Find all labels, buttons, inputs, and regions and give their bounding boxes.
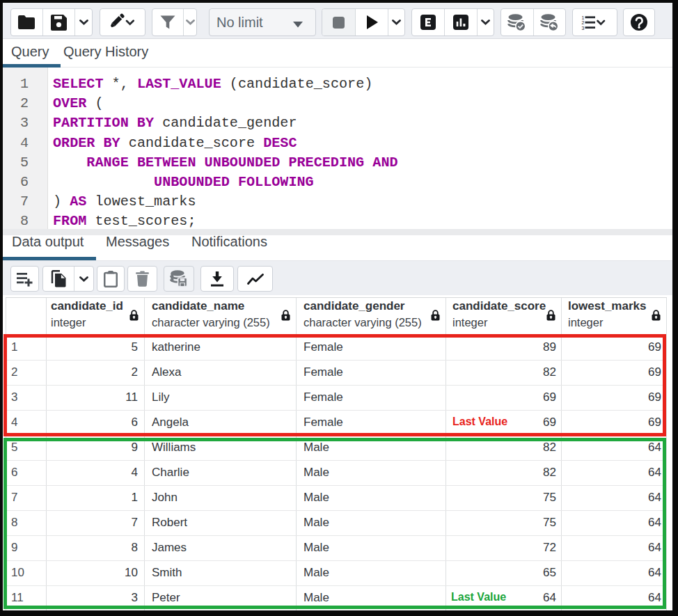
svg-text:2: 2	[581, 20, 584, 25]
svg-text:1: 1	[581, 15, 584, 20]
svg-text:3: 3	[581, 26, 584, 31]
